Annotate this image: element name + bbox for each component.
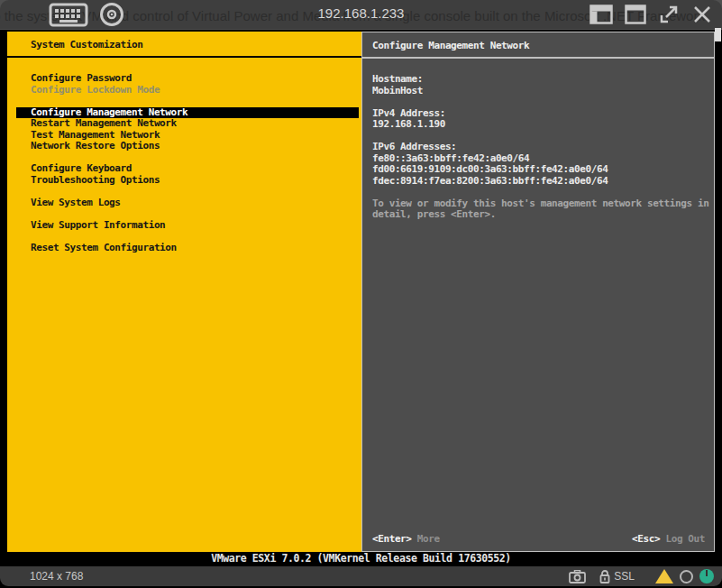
menu-item xyxy=(16,231,359,243)
menu-item[interactable]: Restart Management Network xyxy=(16,118,359,130)
disc-icon[interactable] xyxy=(99,2,124,27)
fullscreen-icon[interactable] xyxy=(658,4,680,25)
resolution-label: 1024 x 768 xyxy=(30,570,83,583)
management-network-panel: Configure Management Network Hostname: M… xyxy=(361,32,715,552)
menu-item[interactable]: View System Logs xyxy=(16,198,359,209)
info-line: detail, press <Enter>. xyxy=(372,209,710,221)
menu-item xyxy=(16,96,359,107)
left-panel-title: System Customization xyxy=(31,39,142,51)
left-panel-separator xyxy=(7,56,361,58)
close-icon[interactable] xyxy=(691,4,713,25)
lock-icon xyxy=(599,570,610,583)
camera-icon[interactable] xyxy=(569,570,586,583)
menu-item[interactable]: Network Restore Options xyxy=(16,141,359,152)
right-panel-separator xyxy=(362,57,714,59)
esc-hint-label: Log Out xyxy=(665,533,705,545)
info-line: fdec:8914:f7ea:8200:3a63:bbff:fe42:a0e0/… xyxy=(372,176,710,188)
panel-layout-icon[interactable] xyxy=(589,5,613,24)
status-circle-icon xyxy=(680,570,693,583)
toolbar-left-group xyxy=(9,0,124,29)
info-line: fd00:6619:9109:dc00:3a63:bbff:fe42:a0e0/… xyxy=(372,164,710,176)
console-toolbar: to the system KVM and control of Virtual… xyxy=(0,0,722,29)
info-line: IPv6 Addresses: xyxy=(372,142,710,153)
warning-triangle-icon xyxy=(655,569,673,583)
menu-item xyxy=(16,208,359,220)
right-panel-title: Configure Management Network xyxy=(372,40,529,51)
menu-item[interactable]: Reset System Configuration xyxy=(16,243,359,254)
system-customization-panel: System Customization Configure Password … xyxy=(7,32,361,552)
esxi-version-bar: VMware ESXi 7.0.2 (VMKernel Release Buil… xyxy=(0,552,722,566)
enter-hint-label: More xyxy=(417,533,440,545)
esc-hint: <Esc> Log Out xyxy=(632,533,705,545)
network-info: Hostname: MobinHost IPv4 Address: 192.16… xyxy=(372,74,710,221)
page-scrollbar[interactable] xyxy=(715,28,721,41)
esxi-dcui-screen: System Customization Configure Password … xyxy=(0,30,722,566)
esc-key-hint: <Esc> xyxy=(632,533,660,545)
info-line: 192.168.1.190 xyxy=(372,119,710,131)
power-icon[interactable] xyxy=(699,569,714,583)
status-icons: SSL xyxy=(569,569,714,583)
maximize-icon[interactable] xyxy=(625,5,646,24)
enter-hint: <Enter> More xyxy=(372,533,440,545)
toolbar-right-group xyxy=(589,0,713,29)
keyboard-icon[interactable] xyxy=(49,3,88,27)
menu-item[interactable]: Configure Lockdown Mode xyxy=(16,85,359,96)
key-hints: <Enter> More <Esc> Log Out xyxy=(372,533,705,545)
menu-item[interactable]: Troubleshooting Options xyxy=(16,175,359,187)
ssl-label: SSL xyxy=(614,570,635,583)
menu-item[interactable]: View Support Information xyxy=(16,220,359,232)
info-line xyxy=(372,187,710,198)
info-line xyxy=(372,96,710,108)
info-line: Hostname: xyxy=(372,74,710,86)
status-bar: 1024 x 768 SSL xyxy=(0,566,722,586)
menu-item[interactable]: Configure Password xyxy=(16,73,359,85)
menu-item xyxy=(16,186,359,198)
menu-item[interactable]: Configure Keyboard xyxy=(16,163,359,175)
dcui-menu: Configure Password Configure Lockdown Mo… xyxy=(16,73,359,253)
info-line: MobinHost xyxy=(372,86,710,97)
menu-icon[interactable] xyxy=(9,5,38,24)
enter-key-hint: <Enter> xyxy=(372,533,412,545)
